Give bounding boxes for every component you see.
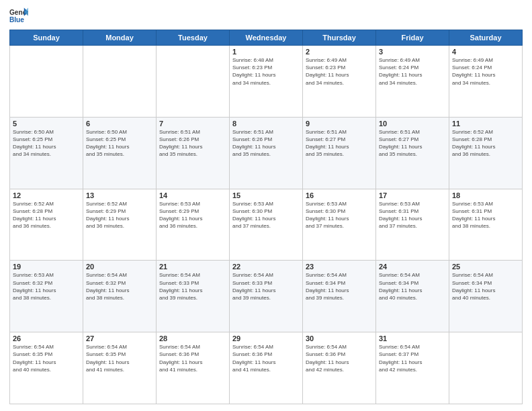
calendar-cell: 28Sunrise: 6:54 AM Sunset: 6:36 PM Dayli… <box>157 332 230 404</box>
weekday-header-monday: Monday <box>83 30 157 46</box>
day-number: 4 <box>452 48 519 56</box>
day-number: 10 <box>379 120 446 128</box>
calendar-cell <box>449 332 523 404</box>
day-info: Sunrise: 6:54 AM Sunset: 6:35 PM Dayligh… <box>13 343 80 373</box>
calendar-cell: 18Sunrise: 6:53 AM Sunset: 6:31 PM Dayli… <box>449 189 523 261</box>
weekday-header-friday: Friday <box>376 30 449 46</box>
day-info: Sunrise: 6:54 AM Sunset: 6:37 PM Dayligh… <box>379 343 446 373</box>
day-number: 17 <box>379 191 446 199</box>
weekday-header-row: SundayMondayTuesdayWednesdayThursdayFrid… <box>10 30 523 46</box>
day-number: 22 <box>232 263 300 271</box>
calendar-cell: 22Sunrise: 6:54 AM Sunset: 6:33 PM Dayli… <box>230 261 303 332</box>
week-row-5: 26Sunrise: 6:54 AM Sunset: 6:35 PM Dayli… <box>10 332 523 404</box>
week-row-3: 12Sunrise: 6:52 AM Sunset: 6:28 PM Dayli… <box>10 189 523 261</box>
day-number: 25 <box>452 263 519 271</box>
weekday-header-wednesday: Wednesday <box>230 30 303 46</box>
calendar-cell: 13Sunrise: 6:52 AM Sunset: 6:29 PM Dayli… <box>83 189 157 261</box>
day-number: 13 <box>86 191 153 199</box>
week-row-4: 19Sunrise: 6:53 AM Sunset: 6:32 PM Dayli… <box>10 261 523 332</box>
day-number: 30 <box>306 334 373 342</box>
day-info: Sunrise: 6:54 AM Sunset: 6:36 PM Dayligh… <box>159 343 226 373</box>
calendar-table: SundayMondayTuesdayWednesdayThursdayFrid… <box>9 30 523 404</box>
calendar-cell <box>157 46 230 118</box>
calendar-cell: 4Sunrise: 6:49 AM Sunset: 6:24 PM Daylig… <box>449 46 523 118</box>
day-info: Sunrise: 6:54 AM Sunset: 6:35 PM Dayligh… <box>86 343 153 373</box>
day-number: 3 <box>379 48 446 56</box>
calendar-cell: 25Sunrise: 6:54 AM Sunset: 6:34 PM Dayli… <box>449 261 523 332</box>
day-number: 6 <box>86 120 153 128</box>
day-number: 2 <box>306 48 373 56</box>
calendar-cell: 30Sunrise: 6:54 AM Sunset: 6:36 PM Dayli… <box>303 332 376 404</box>
header: General Blue <box>9 7 523 26</box>
day-number: 28 <box>159 334 226 342</box>
logo-icon: General Blue <box>9 7 28 26</box>
day-info: Sunrise: 6:54 AM Sunset: 6:36 PM Dayligh… <box>232 343 300 373</box>
calendar-cell: 6Sunrise: 6:50 AM Sunset: 6:25 PM Daylig… <box>83 117 157 189</box>
day-info: Sunrise: 6:54 AM Sunset: 6:33 PM Dayligh… <box>159 271 226 302</box>
calendar-cell: 11Sunrise: 6:52 AM Sunset: 6:28 PM Dayli… <box>449 117 523 189</box>
day-info: Sunrise: 6:50 AM Sunset: 6:25 PM Dayligh… <box>13 128 80 158</box>
day-info: Sunrise: 6:53 AM Sunset: 6:30 PM Dayligh… <box>306 200 373 230</box>
day-number: 23 <box>306 263 373 271</box>
calendar-cell: 24Sunrise: 6:54 AM Sunset: 6:34 PM Dayli… <box>376 261 449 332</box>
day-info: Sunrise: 6:53 AM Sunset: 6:31 PM Dayligh… <box>452 200 519 230</box>
weekday-header-thursday: Thursday <box>303 30 376 46</box>
day-number: 12 <box>13 191 80 199</box>
day-info: Sunrise: 6:48 AM Sunset: 6:23 PM Dayligh… <box>232 56 300 87</box>
day-info: Sunrise: 6:53 AM Sunset: 6:30 PM Dayligh… <box>232 200 300 230</box>
day-info: Sunrise: 6:49 AM Sunset: 6:24 PM Dayligh… <box>452 56 519 87</box>
week-row-1: 1Sunrise: 6:48 AM Sunset: 6:23 PM Daylig… <box>10 46 523 118</box>
day-info: Sunrise: 6:53 AM Sunset: 6:31 PM Dayligh… <box>379 200 446 230</box>
calendar-cell: 15Sunrise: 6:53 AM Sunset: 6:30 PM Dayli… <box>230 189 303 261</box>
week-row-2: 5Sunrise: 6:50 AM Sunset: 6:25 PM Daylig… <box>10 117 523 189</box>
day-info: Sunrise: 6:54 AM Sunset: 6:33 PM Dayligh… <box>232 271 300 302</box>
weekday-header-sunday: Sunday <box>10 30 83 46</box>
calendar-cell: 29Sunrise: 6:54 AM Sunset: 6:36 PM Dayli… <box>230 332 303 404</box>
calendar-cell <box>83 46 157 118</box>
day-info: Sunrise: 6:51 AM Sunset: 6:26 PM Dayligh… <box>159 128 226 158</box>
day-number: 7 <box>159 120 226 128</box>
calendar-cell: 7Sunrise: 6:51 AM Sunset: 6:26 PM Daylig… <box>157 117 230 189</box>
day-info: Sunrise: 6:50 AM Sunset: 6:25 PM Dayligh… <box>86 128 153 158</box>
weekday-header-tuesday: Tuesday <box>157 30 230 46</box>
day-info: Sunrise: 6:51 AM Sunset: 6:27 PM Dayligh… <box>379 128 446 158</box>
calendar-cell: 12Sunrise: 6:52 AM Sunset: 6:28 PM Dayli… <box>10 189 83 261</box>
day-number: 5 <box>13 120 80 128</box>
day-info: Sunrise: 6:54 AM Sunset: 6:34 PM Dayligh… <box>452 271 519 302</box>
svg-text:Blue: Blue <box>9 16 24 24</box>
day-number: 29 <box>232 334 300 342</box>
day-number: 31 <box>379 334 446 342</box>
calendar-cell: 23Sunrise: 6:54 AM Sunset: 6:34 PM Dayli… <box>303 261 376 332</box>
calendar-cell: 31Sunrise: 6:54 AM Sunset: 6:37 PM Dayli… <box>376 332 449 404</box>
calendar-cell: 20Sunrise: 6:54 AM Sunset: 6:32 PM Dayli… <box>83 261 157 332</box>
day-info: Sunrise: 6:54 AM Sunset: 6:34 PM Dayligh… <box>306 271 373 302</box>
calendar-cell: 1Sunrise: 6:48 AM Sunset: 6:23 PM Daylig… <box>230 46 303 118</box>
day-info: Sunrise: 6:54 AM Sunset: 6:34 PM Dayligh… <box>379 271 446 302</box>
calendar-cell: 5Sunrise: 6:50 AM Sunset: 6:25 PM Daylig… <box>10 117 83 189</box>
calendar-cell: 16Sunrise: 6:53 AM Sunset: 6:30 PM Dayli… <box>303 189 376 261</box>
day-info: Sunrise: 6:52 AM Sunset: 6:29 PM Dayligh… <box>86 200 153 230</box>
day-number: 1 <box>232 48 300 56</box>
day-info: Sunrise: 6:52 AM Sunset: 6:28 PM Dayligh… <box>452 128 519 158</box>
day-info: Sunrise: 6:53 AM Sunset: 6:32 PM Dayligh… <box>13 271 80 302</box>
day-info: Sunrise: 6:54 AM Sunset: 6:36 PM Dayligh… <box>306 343 373 373</box>
day-number: 19 <box>13 263 80 271</box>
day-number: 8 <box>232 120 300 128</box>
calendar-cell: 19Sunrise: 6:53 AM Sunset: 6:32 PM Dayli… <box>10 261 83 332</box>
day-number: 20 <box>86 263 153 271</box>
day-number: 16 <box>306 191 373 199</box>
day-info: Sunrise: 6:54 AM Sunset: 6:32 PM Dayligh… <box>86 271 153 302</box>
calendar-cell: 26Sunrise: 6:54 AM Sunset: 6:35 PM Dayli… <box>10 332 83 404</box>
day-number: 21 <box>159 263 226 271</box>
calendar-cell: 14Sunrise: 6:53 AM Sunset: 6:29 PM Dayli… <box>157 189 230 261</box>
day-number: 26 <box>13 334 80 342</box>
calendar-cell <box>10 46 83 118</box>
day-info: Sunrise: 6:49 AM Sunset: 6:23 PM Dayligh… <box>306 56 373 87</box>
day-number: 14 <box>159 191 226 199</box>
calendar-cell: 10Sunrise: 6:51 AM Sunset: 6:27 PM Dayli… <box>376 117 449 189</box>
day-info: Sunrise: 6:51 AM Sunset: 6:27 PM Dayligh… <box>306 128 373 158</box>
day-info: Sunrise: 6:49 AM Sunset: 6:24 PM Dayligh… <box>379 56 446 87</box>
day-info: Sunrise: 6:53 AM Sunset: 6:29 PM Dayligh… <box>159 200 226 230</box>
day-number: 27 <box>86 334 153 342</box>
page: General Blue SundayMondayTuesdayWednesda… <box>0 0 532 411</box>
